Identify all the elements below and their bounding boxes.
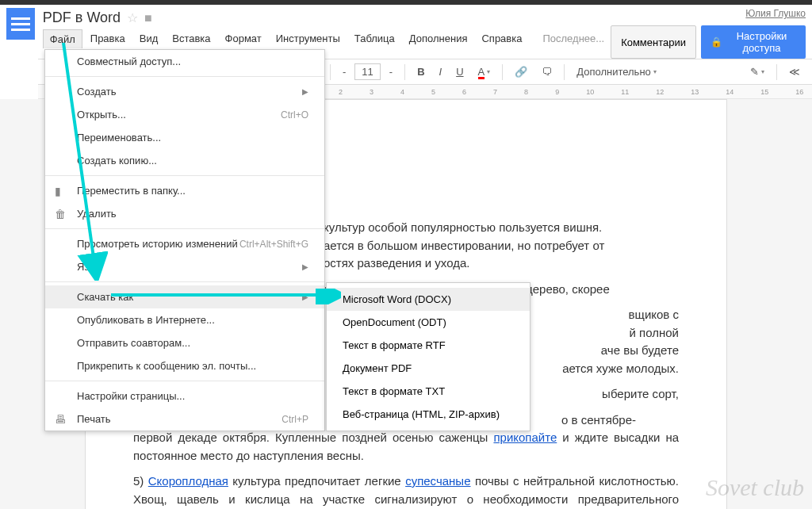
trash-icon: 🗑 xyxy=(55,208,66,220)
bold-button[interactable]: B xyxy=(412,63,430,81)
font-size-decrease[interactable]: - xyxy=(337,63,351,81)
menu-open[interactable]: Открыть...Ctrl+O xyxy=(45,103,324,126)
document-title[interactable]: PDF в Word xyxy=(43,10,121,26)
menu-page-setup[interactable]: Настройки страницы... xyxy=(45,385,324,408)
collapse-toolbar-button[interactable]: ≪ xyxy=(783,63,806,81)
menu-table[interactable]: Таблица xyxy=(348,29,401,48)
menu-email[interactable]: Прикрепить к сообщению эл. почты... xyxy=(45,354,324,377)
text-color-button[interactable]: A▾ xyxy=(473,63,496,81)
submenu-pdf[interactable]: Документ PDF xyxy=(327,357,530,380)
menu-insert[interactable]: Вставка xyxy=(166,29,216,48)
menu-publish[interactable]: Опубликовать в Интернете... xyxy=(45,308,324,331)
share-button-label: Настройки доступа xyxy=(727,30,796,54)
menu-new[interactable]: Создать▶ xyxy=(45,80,324,103)
menu-history[interactable]: Просмотреть историю измененийCtrl+Alt+Sh… xyxy=(45,232,324,255)
chevron-right-icon: ▶ xyxy=(302,262,308,271)
menu-tools[interactable]: Инструменты xyxy=(270,29,347,48)
editing-mode-button[interactable]: ✎ ▾ xyxy=(745,63,770,81)
docs-app-icon[interactable] xyxy=(6,8,35,40)
star-icon[interactable]: ☆ xyxy=(127,10,138,25)
menu-file[interactable]: Файл xyxy=(43,29,82,48)
submenu-rtf[interactable]: Текст в формате RTF xyxy=(327,334,530,357)
menu-language[interactable]: Язык▶ xyxy=(45,255,324,278)
more-tools[interactable]: Дополнительно ▾ xyxy=(571,63,662,81)
lock-icon: 🔒 xyxy=(710,36,722,48)
menu-bar: Файл Правка Вид Вставка Формат Инструмен… xyxy=(43,28,611,50)
menu-delete[interactable]: 🗑Удалить xyxy=(45,202,324,225)
file-menu-dropdown: Совместный доступ... Создать▶ Открыть...… xyxy=(44,49,325,431)
link-skoroplodnaya[interactable]: Скороплодная xyxy=(148,474,228,488)
menu-help[interactable]: Справка xyxy=(475,29,528,48)
submenu-docx[interactable]: Microsoft Word (DOCX) xyxy=(327,288,530,311)
menu-rename[interactable]: Переименовать... xyxy=(45,126,324,149)
submenu-html[interactable]: Веб-страница (HTML, ZIP-архив) xyxy=(327,403,530,426)
menu-print[interactable]: 🖶ПечатьCtrl+P xyxy=(45,408,324,431)
chevron-right-icon: ▶ xyxy=(302,293,308,301)
link-prikopajte[interactable]: прикопайте xyxy=(493,431,557,444)
share-button[interactable]: 🔒Настройки доступа xyxy=(701,25,806,59)
menu-addons[interactable]: Дополнения xyxy=(403,29,474,48)
menu-share[interactable]: Совместный доступ... xyxy=(45,50,324,73)
user-account-link[interactable]: Юлия Глушко xyxy=(745,8,806,19)
submenu-txt[interactable]: Текст в формате TXT xyxy=(327,380,530,403)
chevron-right-icon: ▶ xyxy=(302,87,308,96)
printer-icon: 🖶 xyxy=(55,413,66,426)
comment-button[interactable]: 🗨 xyxy=(536,63,557,81)
menu-view[interactable]: Вид xyxy=(133,29,165,48)
link-supeschanye[interactable]: супесчаные xyxy=(405,474,470,488)
menu-recent: Последнее... xyxy=(536,29,611,48)
italic-button[interactable]: I xyxy=(434,63,448,81)
underline-button[interactable]: U xyxy=(450,63,469,81)
menu-edit[interactable]: Правка xyxy=(84,29,132,48)
link-button[interactable]: 🔗 xyxy=(509,63,533,81)
menu-download-as[interactable]: Скачать как▶ xyxy=(45,285,324,308)
submenu-odt[interactable]: OpenDocument (ODT) xyxy=(327,311,530,334)
watermark: Sovet club xyxy=(706,474,804,501)
menu-copy[interactable]: Создать копию... xyxy=(45,149,324,172)
folder-icon: ▮ xyxy=(55,185,61,197)
body-text: 5) Скороплодная культура предпочитает ле… xyxy=(133,473,679,509)
folder-icon[interactable]: ■ xyxy=(144,11,152,25)
menu-collaborators[interactable]: Отправить соавторам... xyxy=(45,331,324,354)
font-size-increase[interactable]: - xyxy=(384,63,398,81)
comments-button[interactable]: Комментарии xyxy=(611,25,696,59)
menu-move[interactable]: ▮Переместить в папку... xyxy=(45,179,324,202)
menu-format[interactable]: Формат xyxy=(219,29,268,48)
download-as-submenu: Microsoft Word (DOCX) OpenDocument (ODT)… xyxy=(326,282,530,431)
font-size-input[interactable]: 11 xyxy=(354,63,380,80)
